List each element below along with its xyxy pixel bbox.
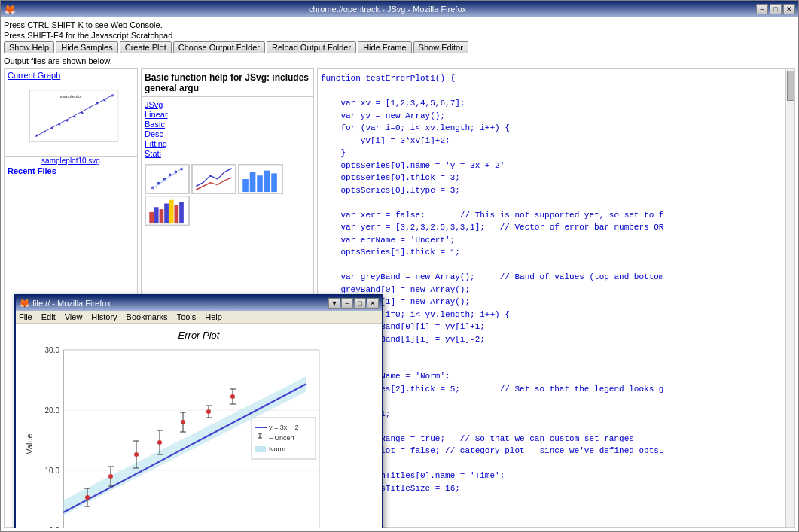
svg-point-63: [108, 474, 113, 479]
code-line: greyBand[1] = new Array();: [321, 296, 791, 309]
code-line: [321, 420, 791, 433]
ff-menu-help[interactable]: Help: [205, 312, 222, 321]
graph-thumbnail: sampleplot: [5, 81, 137, 157]
vertical-scrollbar[interactable]: [785, 69, 794, 527]
ff-maximize-button[interactable]: □: [354, 298, 366, 309]
svg-text:y = 3x + 2: y = 3x + 2: [269, 424, 299, 431]
hide-samples-button[interactable]: Hide Samples: [56, 41, 117, 53]
svg-point-75: [181, 420, 185, 424]
choose-output-folder-button[interactable]: Choose Output Folder: [173, 41, 265, 53]
code-line: var xv = [1,2,3,4,5,6,7];: [321, 97, 791, 110]
svg-point-67: [134, 452, 139, 457]
code-line: var errName = 'Uncert';: [321, 234, 791, 247]
ff-menu-edit[interactable]: Edit: [41, 312, 56, 321]
help-title: Basic function help for JSvg: includes g…: [142, 69, 313, 97]
help-link-linear[interactable]: Linear: [145, 110, 310, 119]
svg-rect-31: [271, 173, 277, 192]
ff-close-button[interactable]: ✕: [367, 298, 379, 309]
ff-menu-file[interactable]: File: [19, 312, 32, 321]
code-line: [321, 196, 791, 209]
svg-rect-36: [164, 204, 169, 224]
scrollbar-thumb[interactable]: [787, 71, 794, 101]
plot-title: Error Plot: [22, 330, 376, 341]
ff-menu-bookmarks[interactable]: Bookmarks: [127, 312, 168, 321]
svg-rect-28: [250, 172, 256, 193]
current-graph-link[interactable]: Current Graph: [5, 69, 137, 81]
code-line: }: [321, 345, 791, 358]
code-line: [321, 358, 791, 371]
svg-text:20.0: 20.0: [45, 406, 60, 415]
svg-rect-34: [154, 207, 159, 223]
minimize-button[interactable]: –: [756, 4, 768, 14]
code-content: function testErrorPlot1() { var xv = [1,…: [321, 72, 791, 494]
floating-firefox-window: 🦊 file:// - Mozilla Firefox ▼ – □ ✕ File…: [14, 294, 383, 528]
browser-window: 🦊 chrome://opentrack - JSvg - Mozilla Fi…: [0, 0, 799, 532]
code-line: greyBand[1][i] = yv[i]-2;: [321, 333, 791, 346]
code-line: optsSeries[0].name = 'y = 3x + 2': [321, 160, 791, 172]
code-line: yv[i] = 3*xv[i]+2;: [321, 135, 791, 147]
help-link-jsvg[interactable]: JSvg: [145, 100, 310, 109]
svg-text:0.0: 0.0: [49, 527, 59, 528]
svg-text:10.0: 10.0: [45, 467, 60, 475]
main-panel: Current Graph: [4, 68, 795, 528]
ff-minimize-button[interactable]: –: [341, 298, 353, 309]
help-link-stati[interactable]: Stati: [145, 149, 310, 158]
ff-menu-history[interactable]: History: [91, 312, 117, 321]
code-line: function testErrorPlot1() {: [321, 72, 791, 85]
ff-window-controls: ▼ – □ ✕: [328, 298, 379, 309]
svg-point-59: [85, 495, 90, 500]
code-line: greyBand[0][i] = yv[i]+1;: [321, 321, 791, 333]
ff-plot-content: Error Plot 30.0 20.0 10.0 0.0: [16, 324, 382, 528]
ff-menu-tools[interactable]: Tools: [177, 312, 197, 321]
code-line: optsSeries[0].ltype = 3;: [321, 184, 791, 197]
code-line: [321, 395, 791, 408]
svg-rect-35: [160, 209, 164, 223]
ff-menu-view[interactable]: View: [65, 312, 83, 321]
help-link-fitting[interactable]: Fitting: [145, 139, 310, 148]
svg-point-71: [157, 440, 162, 445]
code-line: var xerr = false; // This is not support…: [321, 209, 791, 222]
code-line: optsSeries[2].thick = 5; // Set so that …: [321, 383, 791, 396]
code-line: optsGraphTitles[0].name = 'Time';: [321, 470, 791, 482]
hide-frame-button[interactable]: Hide Frame: [358, 41, 411, 53]
ff-dropdown-button[interactable]: ▼: [328, 298, 340, 309]
svg-rect-37: [169, 200, 174, 223]
code-line: }: [321, 147, 791, 160]
show-help-button[interactable]: Show Help: [4, 41, 54, 53]
code-line: greyBand[0] = new Array();: [321, 284, 791, 296]
code-line: var catPlot = false; // category plot - …: [321, 445, 791, 458]
browser-titlebar: 🦊 chrome://opentrack - JSvg - Mozilla Fi…: [1, 1, 798, 17]
code-line: [321, 458, 791, 470]
code-line: var greyBand = new Array(); // Band of v…: [321, 271, 791, 284]
code-line: iprec = 1;: [321, 408, 791, 421]
svg-text:sampleplot: sampleplot: [59, 94, 81, 99]
console-line1: Press CTRL-SHIFT-K to see Web Console.: [4, 20, 795, 29]
svg-text:30.0: 30.0: [45, 346, 60, 354]
code-line: var yerr = [3,2,3,2.5,3,3,1]; // Vector …: [321, 221, 791, 234]
maximize-button[interactable]: □: [770, 4, 782, 14]
help-link-basic[interactable]: Basic: [145, 120, 310, 129]
svg-rect-93: [255, 446, 266, 452]
show-editor-button[interactable]: Show Editor: [413, 41, 468, 53]
browser-title-text: chrome://opentrack - JSvg - Mozilla Fire…: [19, 5, 756, 14]
recent-files-link[interactable]: Recent Files: [5, 165, 137, 177]
close-button[interactable]: ✕: [783, 4, 795, 14]
code-line: optsSeries[1].thick = 1;: [321, 246, 791, 259]
firefox-icon: 🦊: [4, 4, 16, 15]
svg-point-83: [230, 394, 235, 399]
svg-rect-38: [175, 205, 179, 223]
toolbar: Show Help Hide Samples Create Plot Choos…: [4, 41, 795, 53]
svg-filename-label[interactable]: sampleplot10.svg: [5, 157, 137, 165]
code-panel[interactable]: function testErrorPlot1() { var xv = [1,…: [317, 68, 795, 528]
code-line: optsSeries[0].thick = 3;: [321, 172, 791, 184]
help-links: JSvg Linear Basic Desc Fitting Stati: [142, 97, 313, 161]
browser-controls: – □ ✕: [756, 4, 795, 14]
ff-menubar: File Edit View History Bookmarks Tools H…: [16, 311, 382, 324]
help-link-desc[interactable]: Desc: [145, 129, 310, 138]
svg-point-79: [206, 409, 211, 414]
create-plot-button[interactable]: Create Plot: [120, 41, 172, 53]
svg-rect-39: [179, 202, 184, 224]
reload-output-folder-button[interactable]: Reload Output Folder: [267, 41, 356, 53]
code-line: for (var i=0; i< yv.length; i++) {: [321, 309, 791, 321]
svg-rect-27: [242, 179, 249, 192]
